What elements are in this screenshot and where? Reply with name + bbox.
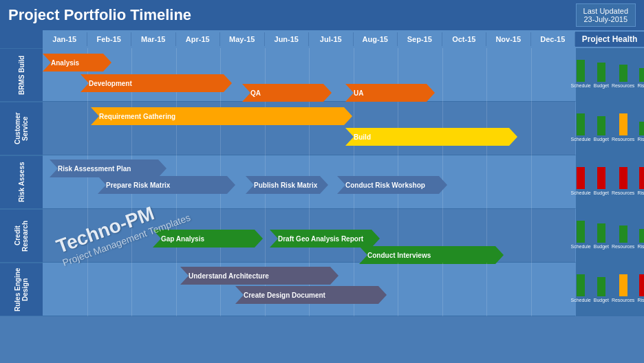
health-bar-group: Resources (612, 167, 634, 195)
bar-label: Draft Geo Analysis Report (270, 230, 380, 248)
bar-label: QA (242, 84, 332, 102)
gantt-bar: Risk Assessment Plan (50, 160, 167, 177)
gantt-bar: Conduct Interviews (359, 246, 504, 264)
month-cells: Jan-15Feb-15Mar-15Apr-15May-15Jun-15Jul-… (43, 32, 575, 46)
health-bar-label: Risks (637, 190, 644, 195)
row-label-rules: Rules Engine Design (0, 263, 43, 316)
month-cell: Aug-15 (354, 32, 398, 46)
row-label-brms: BRMS Build (0, 48, 43, 101)
health-bar-group: Resources (612, 274, 634, 302)
month-cell: Mar-15 (131, 32, 176, 46)
month-cell: Jan-15 (43, 32, 87, 46)
gantt-bar: Build (345, 128, 517, 146)
health-bar (597, 223, 605, 243)
gantt-bar: Conduct Risk Workshop (337, 176, 447, 194)
health-bar (619, 167, 627, 189)
month-cell: May-15 (220, 32, 265, 46)
month-cell: Apr-15 (176, 32, 221, 46)
gantt-bar: Requirement Gathering (91, 107, 352, 125)
health-bar-group: Resources (612, 113, 634, 142)
health-bar (577, 221, 585, 243)
gantt-bar: UA (345, 84, 435, 102)
health-bar (619, 113, 627, 135)
month-cell: Nov-15 (486, 32, 531, 46)
health-area-risk: ScheduleBudgetResourcesRisks (575, 155, 644, 209)
bar-label: Create Design Document (235, 286, 387, 304)
health-bar (597, 277, 605, 296)
gantt-bar: Understand Architecture (180, 267, 339, 285)
health-bar-group: Risks (637, 229, 644, 249)
health-area-rules: ScheduleBudgetResourcesRisks (575, 263, 644, 316)
month-cell: Dec-15 (531, 32, 576, 46)
last-updated: Last Updated 23-July-2015 (576, 3, 636, 27)
header: Project Portfolio Timeline Last Updated … (0, 0, 644, 30)
gantt-area-risk: Risk Assessment PlanPrepare Risk MatrixP… (43, 155, 575, 209)
health-bar (639, 68, 644, 82)
project-row: Credit ResearchGap AnalysisDraft Geo Ana… (0, 209, 644, 263)
project-row: Risk AssessRisk Assessment PlanPrepare R… (0, 155, 644, 209)
health-bar-label: Risks (637, 244, 644, 249)
project-health-header: Project Health (575, 32, 644, 47)
health-bar-label: Budget (594, 244, 609, 249)
health-bar-group: Budget (594, 223, 609, 249)
bar-label: Build (345, 128, 517, 146)
health-bar-group: Budget (594, 116, 609, 142)
health-bar-label: Resources (612, 244, 634, 249)
gantt-area-rules: Understand ArchitectureCreate Design Doc… (43, 263, 575, 316)
health-bar-group: Resources (612, 226, 634, 249)
health-bar (597, 116, 605, 135)
gantt-body: BRMS BuildAnalysisDevelopmentQAUASchedul… (0, 48, 644, 316)
bar-label: Conduct Risk Workshop (337, 176, 447, 194)
month-cell: Sep-15 (398, 32, 442, 46)
bar-label: Publish Risk Matrix (246, 176, 328, 194)
bar-label: Prepare Risk Matrix (98, 176, 235, 194)
health-bar (639, 274, 644, 296)
health-area-customer: ScheduleBudgetResourcesRisks (575, 102, 644, 155)
month-row: Jan-15Feb-15Mar-15Apr-15May-15Jun-15Jul-… (0, 30, 644, 48)
gantt-bar: Gap Analysis (153, 230, 263, 248)
month-cell: Oct-15 (442, 32, 487, 46)
gantt-bar: QA (242, 84, 332, 102)
project-row: Customer ServiceRequirement GatheringBui… (0, 102, 644, 155)
health-bar-group: Budget (594, 63, 609, 88)
health-bar (577, 60, 585, 82)
health-bar-group: Budget (594, 167, 609, 195)
bar-label: Analysis (43, 54, 111, 72)
health-bar-group: Budget (594, 277, 609, 302)
health-bar (619, 226, 627, 243)
health-bar (597, 63, 605, 82)
gantt-bar: Publish Risk Matrix (246, 176, 328, 194)
health-bar-label: Budget (594, 190, 609, 195)
health-bar-label: Risks (637, 298, 644, 302)
row-label-customer: Customer Service (0, 102, 43, 155)
health-bar-group: Risks (637, 274, 644, 302)
health-bar-group: Risks (637, 122, 644, 142)
health-bar-label: Budget (594, 298, 609, 302)
gantt-bar: Create Design Document (235, 286, 387, 304)
health-bar-label: Resources (612, 83, 634, 88)
bar-label: Requirement Gathering (91, 107, 352, 125)
health-area-brms: ScheduleBudgetResourcesRisks (575, 48, 644, 102)
gantt-area-brms: AnalysisDevelopmentQAUA (43, 48, 575, 102)
month-cell: Jun-15 (265, 32, 310, 46)
health-bar-label: Budget (594, 83, 609, 88)
row-label-credit: Credit Research (0, 209, 43, 262)
health-bar (577, 167, 585, 189)
health-bar-label: Resources (612, 190, 634, 195)
row-label-spacer (0, 30, 43, 48)
health-bar-label: Risks (637, 83, 644, 88)
health-bar-label: Budget (594, 137, 609, 142)
health-bar (577, 113, 585, 135)
health-bar (639, 167, 644, 189)
health-bar-group: Resources (612, 65, 634, 88)
month-cell: Jul-15 (309, 32, 354, 46)
gantt-bar: Draft Geo Analysis Report (270, 230, 380, 248)
health-bar (639, 122, 644, 135)
row-label-risk: Risk Assess (0, 155, 43, 208)
bar-label: Risk Assessment Plan (50, 160, 167, 177)
health-bar (577, 274, 585, 296)
bar-label: Gap Analysis (153, 230, 263, 248)
health-bar-label: Resources (612, 298, 634, 302)
health-bar-label: Resources (612, 137, 634, 142)
main-container: Project Portfolio Timeline Last Updated … (0, 0, 644, 363)
